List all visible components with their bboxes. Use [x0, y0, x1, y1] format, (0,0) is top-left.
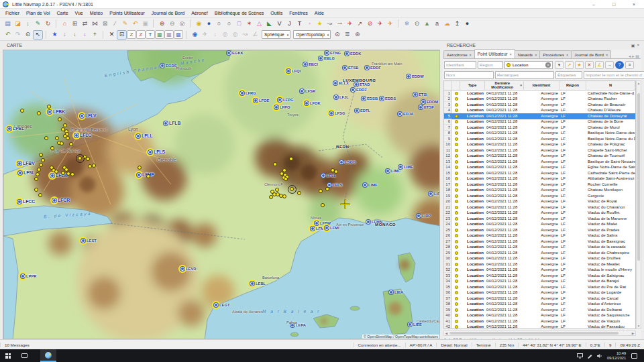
table-row[interactable]: 13Location04/12/2021 11:28AuvergneLFBasi… — [444, 159, 635, 165]
pin-purple-icon[interactable]: ↓ — [80, 30, 90, 40]
remarks-filter-input[interactable] — [495, 71, 554, 79]
import-filter-input[interactable] — [584, 71, 644, 79]
userpoint-marker[interactable] — [50, 146, 54, 150]
table-row[interactable]: 24Location04/12/2021 11:28AuvergneLFViad… — [444, 222, 635, 228]
userpoint-marker[interactable] — [47, 105, 51, 109]
column-header-col0[interactable] — [444, 81, 452, 90]
userpoint-marker[interactable] — [70, 172, 74, 176]
menu-biblioth-que-de-sc-nes[interactable]: Bibliothèque de Scènes — [211, 11, 268, 15]
table-row[interactable]: 21Location04/12/2021 11:28AuvergneLFViad… — [444, 204, 635, 210]
start-button[interactable] — [0, 349, 16, 362]
maximize-button[interactable]: □ — [604, 0, 624, 9]
save-as-icon[interactable]: ✎ — [33, 19, 43, 28]
table-row[interactable]: 12Location04/12/2021 11:28AuvergneLFChat… — [444, 154, 635, 160]
airport-lfcr[interactable]: LFCR — [52, 198, 70, 202]
table-row[interactable]: 29Location04/12/2021 11:28AuvergneLFViad… — [444, 250, 635, 256]
tags-filter-input[interactable] — [555, 71, 582, 79]
search-menu-icon[interactable]: ≡ — [625, 61, 634, 69]
table-row[interactable]: 32Location04/12/2021 11:28AuvergneLFViad… — [444, 267, 635, 274]
tabs-prev-icon[interactable]: ◂ — [629, 54, 631, 58]
tab-journal-de-bord[interactable]: Journal de Bord× — [571, 50, 611, 58]
airport-lfls[interactable]: LFLS — [327, 183, 343, 187]
airport-lfsr[interactable]: LFSR — [300, 89, 315, 93]
tab-list-icon[interactable]: ▤ — [635, 54, 639, 58]
ai-aircraft-icon[interactable]: ✈ — [375, 19, 385, 28]
airport-edds[interactable]: EDDS — [380, 97, 396, 101]
menu-fichier[interactable]: Fichier — [2, 11, 23, 15]
airport-levd[interactable]: LEVD — [180, 267, 196, 271]
taskbar-clock[interactable]: 10:49 09/12/2021 — [607, 351, 626, 360]
userpoint-marker[interactable] — [20, 109, 24, 113]
tab-navaids[interactable]: Navaids× — [515, 50, 541, 58]
airport-lfrg[interactable]: LFRG — [240, 91, 256, 95]
detail-zoom-icon[interactable]: ⊙ — [332, 30, 342, 40]
wind-rose-icon[interactable]: ❄ — [402, 19, 412, 28]
measure-line-icon[interactable]: ∕ — [110, 19, 120, 28]
selected-userpoint-marker[interactable] — [78, 156, 82, 160]
sun-shading-icon[interactable]: ● — [462, 19, 472, 28]
map-text-icon[interactable]: T — [146, 30, 155, 39]
table-row[interactable]: 19Location04/12/2021 11:28AuvergneLFGerg… — [444, 193, 635, 199]
pin-disabled-icon[interactable]: ↓ — [210, 30, 220, 40]
table-row[interactable]: 26Location04/12/2021 11:28AuvergneLFViad… — [444, 233, 635, 239]
table-row[interactable]: 14Location04/12/2021 11:28AuvergneLFEgli… — [444, 165, 635, 171]
airport-lfhp[interactable]: LFHP — [137, 172, 154, 177]
column-header-n[interactable]: N — [586, 81, 635, 90]
compass-blue-icon[interactable]: ◉ — [190, 30, 200, 40]
airport-lfjl[interactable]: LFJL — [334, 95, 349, 99]
ring-disabled-icon[interactable]: ◎ — [220, 30, 230, 40]
airport-etsb[interactable]: ETSB — [343, 66, 358, 70]
no-entry-icon[interactable]: ⊘ — [365, 19, 375, 28]
userpoint-star-icon[interactable]: ★ — [315, 19, 325, 28]
userpoint-marker[interactable] — [269, 195, 273, 199]
table-row[interactable]: 38Location04/12/2021 11:28AuvergneLFViad… — [444, 302, 635, 308]
table-row[interactable]: 4Location04/12/2021 11:28AuvergneLFChate… — [444, 108, 635, 114]
menu-aide[interactable]: Aide — [311, 11, 327, 15]
home-icon[interactable]: ⌂ — [60, 19, 70, 28]
selected-userpoint-marker[interactable] — [290, 187, 294, 191]
userpoint-marker[interactable] — [38, 193, 42, 197]
userpoint-marker[interactable] — [86, 157, 90, 161]
tab-close-icon[interactable]: × — [470, 53, 472, 57]
center-aircraft-icon[interactable]: + — [90, 30, 100, 40]
userpoint-marker[interactable] — [61, 171, 65, 175]
new-flightplan-icon[interactable]: ▤ — [3, 19, 13, 28]
menu-plan-de-vol[interactable]: Plan de Vol — [23, 11, 53, 15]
table-row[interactable]: 40Location04/12/2021 11:28AuvergneLFViad… — [444, 313, 635, 319]
ambient-icon[interactable]: a — [432, 19, 442, 28]
undo-icon[interactable]: ↶ — [3, 30, 13, 40]
table-row[interactable]: 6Location04/12/2021 11:28AuvergneLFChate… — [444, 119, 635, 125]
userpoint-marker[interactable] — [60, 141, 64, 145]
table-row[interactable]: 16Location04/12/2021 11:28AuvergneLFAbba… — [444, 176, 635, 182]
airport-lppr[interactable]: LPPR — [21, 274, 36, 278]
column-header-type[interactable]: Type — [460, 81, 485, 90]
table-row[interactable]: 27Location04/12/2021 11:28AuvergneLFViad… — [444, 239, 635, 245]
region-filter-input[interactable] — [478, 61, 503, 69]
highlight-burst-icon[interactable]: ✶ — [244, 19, 254, 28]
airport-etsf[interactable]: ETSF — [419, 105, 434, 109]
airport-lfll[interactable]: LFLL — [136, 133, 153, 138]
userpoint-marker[interactable] — [63, 123, 67, 127]
column-header-col1[interactable] — [452, 81, 460, 90]
aircraft-trail-icon[interactable]: ↗ — [355, 19, 365, 28]
menu-m-t-o[interactable]: Météo — [87, 11, 106, 15]
action-center-icon[interactable] — [631, 353, 637, 359]
clear-marks-icon[interactable]: ⊠ — [100, 19, 110, 28]
zoom-frame-icon[interactable]: ⊡ — [117, 30, 127, 40]
airport-lfcc[interactable]: LFCC — [17, 199, 35, 204]
airport-ebci[interactable]: EBCI — [303, 62, 318, 66]
table-row[interactable]: 28Location04/12/2021 11:28AuvergneLFViad… — [444, 245, 635, 251]
select-region-icon[interactable]: □ — [234, 19, 244, 28]
table-row[interactable]: 35Location04/12/2021 11:28AuvergneLFViad… — [444, 284, 635, 290]
airport-lflc[interactable]: LFLC — [74, 133, 91, 137]
task-view-button[interactable] — [16, 349, 32, 362]
help-icon[interactable]: ? — [615, 61, 624, 69]
userpoint-marker[interactable] — [54, 170, 58, 174]
range-ring2-icon[interactable]: ○ — [224, 19, 234, 28]
airport-lfml[interactable]: LFML — [311, 227, 326, 231]
airport-egkk[interactable]: EGKK — [227, 51, 244, 55]
airport-lsgg[interactable]: LSGG — [339, 160, 356, 164]
userpoint-marker[interactable] — [138, 166, 142, 170]
aircraft-icon[interactable]: ✈ — [345, 19, 355, 28]
airport-etad[interactable]: ETAD — [354, 82, 370, 86]
